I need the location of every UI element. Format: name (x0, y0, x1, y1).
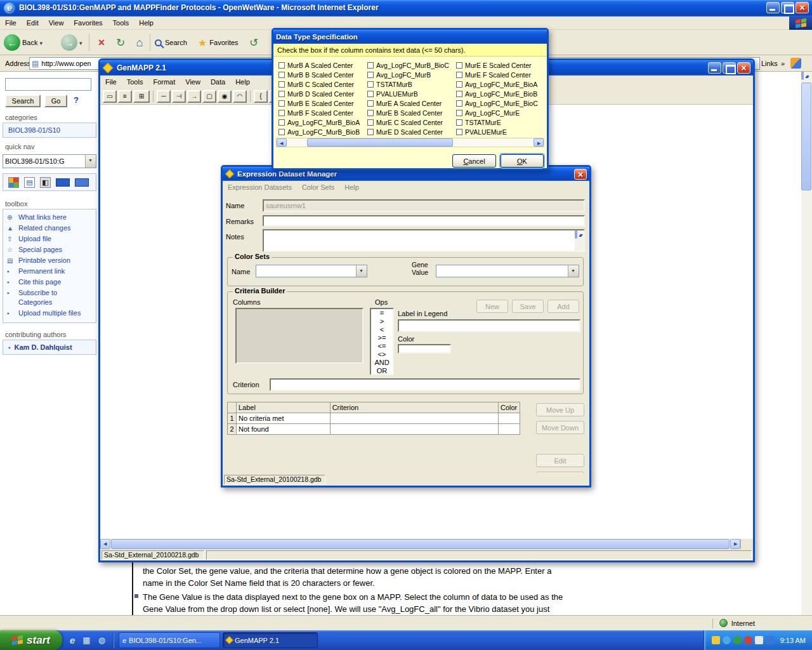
checkbox-icon[interactable] (278, 72, 285, 78)
menu-format[interactable]: Format (148, 76, 180, 88)
label-in-legend-field[interactable] (398, 319, 580, 332)
sidebar-search-button[interactable]: Search (5, 95, 41, 107)
table-row[interactable]: 1 No criteria met (228, 413, 520, 424)
checkbox-icon[interactable] (456, 129, 462, 135)
scroll-left-arrow[interactable] (277, 138, 287, 147)
sidebar-badge-icon-1[interactable] (8, 177, 19, 188)
maximize-button[interactable] (723, 62, 736, 74)
toolbox-item[interactable]: ▪Upload multiple files (3, 308, 96, 319)
quicknav-select[interactable]: BIOL398-01/S10:G (3, 154, 96, 168)
column-checkbox-row[interactable]: Avg_LogFC_MurE_BioA (456, 79, 544, 89)
checkbox-icon[interactable] (278, 129, 285, 135)
tray-icon-red[interactable] (744, 636, 752, 644)
cancel-button[interactable]: Cancel (452, 154, 496, 168)
tray-icon-volume[interactable] (755, 636, 763, 644)
scroll-left-arrow[interactable] (100, 539, 110, 549)
refresh-button[interactable]: ↻ (113, 35, 128, 50)
chevron-down-icon[interactable] (356, 265, 367, 277)
checkbox-icon[interactable] (367, 129, 374, 135)
criterion-field[interactable] (270, 378, 580, 391)
toolbox-item[interactable]: ⊕What links here (3, 212, 96, 223)
op-item[interactable]: = (371, 309, 393, 317)
sidebar-go-button[interactable]: Go (44, 95, 67, 107)
sidebar-badge-icon-4[interactable] (56, 178, 70, 187)
close-button[interactable] (737, 62, 750, 74)
op-item[interactable]: >= (371, 334, 393, 342)
color-cell[interactable] (498, 424, 520, 435)
circle-dot-tool[interactable]: ◉ (218, 90, 232, 103)
column-checkbox-row[interactable]: Avg_LogFC_MurB_BioA (278, 117, 366, 127)
minimize-button[interactable] (766, 2, 780, 13)
links-label[interactable]: Links (761, 60, 778, 67)
toolbox-item[interactable]: ▪Permanent link (3, 266, 96, 277)
tray-icon-network[interactable] (766, 636, 774, 644)
links-chevron-icon[interactable]: » (781, 60, 785, 67)
checkbox-icon[interactable] (278, 62, 285, 69)
history-button[interactable]: ↺ (246, 35, 261, 50)
menu-favorites[interactable]: Favorites (69, 17, 107, 29)
toolbox-item[interactable]: ▲Related changes (3, 223, 96, 234)
tbar-tool[interactable]: ⊣ (172, 90, 186, 103)
color-cell[interactable] (498, 413, 520, 424)
checkbox-icon[interactable] (367, 62, 374, 69)
menu-help[interactable]: Help (339, 182, 364, 193)
column-checkbox-row[interactable]: Avg_LogFC_MurB_BioB (278, 127, 366, 136)
column-checkbox-row[interactable]: TSTATMurE (456, 117, 544, 127)
menu-view[interactable]: View (180, 76, 206, 88)
column-checkbox-row[interactable]: MurB C Scaled Center (278, 79, 366, 89)
maximize-button[interactable] (781, 2, 794, 13)
op-item[interactable]: < (371, 326, 393, 334)
favorites-button[interactable]: ★ Favorites (198, 35, 239, 50)
checkbox-icon[interactable] (278, 119, 285, 126)
color-swatch-field[interactable] (398, 344, 451, 354)
scroll-thumb[interactable] (307, 138, 453, 147)
chevron-down-icon[interactable] (568, 265, 579, 277)
tray-icon-green[interactable] (733, 636, 742, 644)
column-checkbox-row[interactable]: Avg_LogFC_MurB_BioC (367, 60, 455, 70)
scroll-right-arrow[interactable] (730, 539, 740, 549)
column-checkbox-row[interactable]: MurE F Scaled Center (456, 70, 544, 79)
checkbox-icon[interactable] (456, 119, 462, 126)
sidebar-badge-icon-5[interactable] (75, 178, 89, 187)
column-checkbox-row[interactable]: Avg_LogFC_MurE_BioC (456, 98, 544, 108)
minimize-button[interactable] (708, 62, 721, 74)
gene-stamp-tool[interactable]: ▭ (103, 90, 117, 103)
scroll-thumb[interactable] (111, 539, 730, 549)
close-button[interactable] (574, 169, 587, 180)
column-checkbox-row[interactable]: MurB D Scaled Center (278, 89, 366, 98)
menu-help[interactable]: Help (230, 76, 255, 88)
checkbox-icon[interactable] (367, 119, 374, 126)
scroll-right-arrow[interactable] (534, 138, 544, 147)
checkbox-icon[interactable] (278, 81, 285, 88)
forward-button[interactable]: → (61, 33, 82, 52)
menu-file[interactable]: File (100, 76, 122, 88)
column-checkbox-row[interactable]: Avg_LogFC_MurB (367, 70, 455, 79)
op-item[interactable]: <= (371, 342, 393, 350)
sidebar-badge-icon-2[interactable]: ▤ (24, 177, 35, 188)
task-button-ie[interactable]: e BIOL398-01/S10:Gen... (119, 632, 220, 648)
scroll-down-arrow[interactable] (576, 230, 577, 239)
toolbox-item[interactable]: ▤Printable version (3, 255, 96, 266)
op-item[interactable]: <> (371, 350, 393, 359)
column-checkbox-row[interactable]: Avg_LogFC_MurE_BioB (456, 89, 544, 98)
menu-edit[interactable]: Edit (22, 17, 44, 29)
column-checkbox-row[interactable]: MurE B Scaled Center (367, 108, 455, 117)
columns-listbox[interactable] (235, 308, 363, 364)
close-button[interactable] (796, 2, 809, 13)
arrow-tool[interactable]: → (187, 90, 201, 103)
back-button[interactable]: ← Back (4, 33, 43, 52)
grid-tool[interactable]: ⊞ (133, 90, 150, 103)
notes-field[interactable] (263, 229, 585, 252)
sidebar-help-link[interactable]: ? (74, 95, 79, 105)
checkbox-icon[interactable] (456, 100, 462, 107)
colorset-name-combo[interactable] (256, 265, 367, 277)
menu-help[interactable]: Help (134, 17, 159, 29)
toolbox-item[interactable]: ☆Special pages (3, 244, 96, 255)
author-link[interactable]: Kam D. Dahlquist (15, 343, 72, 351)
menu-color-sets[interactable]: Color Sets (297, 182, 339, 193)
notes-vscrollbar[interactable] (575, 230, 584, 251)
column-checkbox-row[interactable]: MurB F Scaled Center (278, 108, 366, 117)
op-item[interactable]: > (371, 317, 393, 326)
rect-tool[interactable]: ▢ (202, 90, 216, 103)
checkbox-icon[interactable] (456, 62, 462, 69)
